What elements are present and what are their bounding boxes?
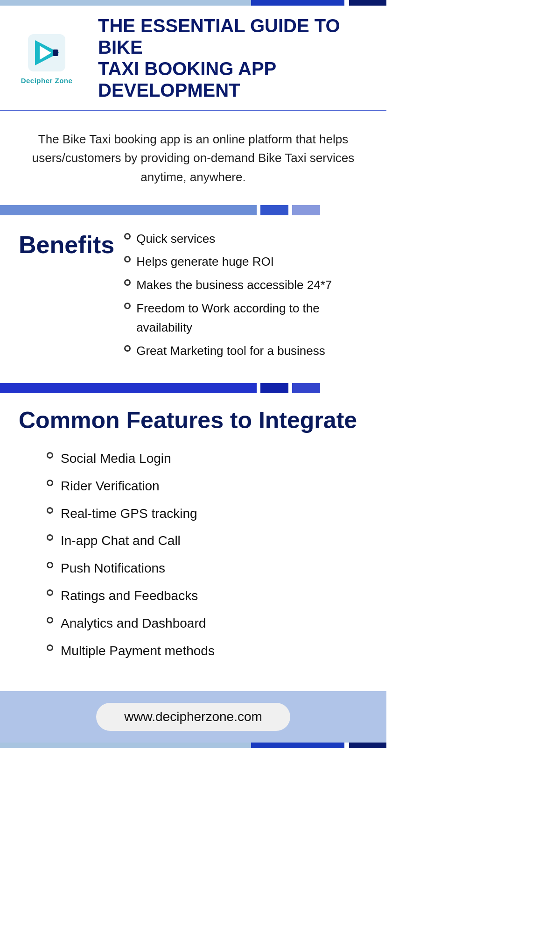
brand-name: Decipher Zone [21, 77, 73, 85]
bullet-icon [47, 480, 53, 486]
bullet-icon [47, 507, 53, 514]
benefit-item-1: Quick services [136, 229, 215, 249]
benefits-section: Benefits Quick services Helps generate h… [0, 215, 386, 383]
feature-item-7: Analytics and Dashboard [61, 613, 206, 634]
list-item: Quick services [124, 229, 368, 249]
bullet-icon [47, 589, 53, 596]
svg-rect-3 [53, 50, 58, 56]
header: Decipher Zone THE ESSENTIAL GUIDE TO BIK… [0, 6, 386, 111]
divider-blue-sq2 [292, 383, 320, 393]
divider-blue-long [0, 383, 257, 393]
bullet-icon [47, 452, 53, 459]
feature-item-5: Push Notifications [61, 558, 165, 579]
bottom-bar-light [0, 743, 251, 748]
list-item: Analytics and Dashboard [47, 613, 368, 634]
bottom-decorative-bars [0, 743, 386, 748]
list-item: In-app Chat and Call [47, 531, 368, 552]
header-title-line2: TAXI BOOKING APP DEVELOPMENT [98, 58, 276, 100]
list-item: Ratings and Feedbacks [47, 586, 368, 607]
benefit-item-5: Great Marketing tool for a business [136, 341, 325, 361]
intro-text: The Bike Taxi booking app is an online p… [28, 130, 358, 186]
feature-item-8: Multiple Payment methods [61, 641, 215, 662]
header-title: THE ESSENTIAL GUIDE TO BIKE TAXI BOOKING… [98, 15, 372, 101]
feature-item-1: Social Media Login [61, 448, 171, 469]
top-bar-light [0, 0, 251, 6]
bullet-icon [124, 256, 131, 262]
bullet-icon [124, 279, 131, 286]
logo-area: Decipher Zone [9, 32, 84, 85]
benefits-list: Quick services Helps generate huge ROI M… [124, 229, 368, 365]
bullet-icon [124, 303, 131, 309]
bullet-icon [47, 534, 53, 541]
list-item: Rider Verification [47, 476, 368, 497]
benefit-item-2: Helps generate huge ROI [136, 252, 274, 272]
top-bar-gap [344, 0, 349, 6]
header-title-line1: THE ESSENTIAL GUIDE TO BIKE [98, 15, 340, 57]
features-section: Common Features to Integrate Social Medi… [0, 393, 386, 691]
list-item: Multiple Payment methods [47, 641, 368, 662]
divider-bar-1 [0, 205, 386, 215]
footer-url: www.decipherzone.com [96, 703, 290, 731]
divider-bar-2 [0, 383, 386, 393]
footer-area: www.decipherzone.com [0, 691, 386, 743]
bottom-bar-dark [349, 743, 386, 748]
divider-sq1 [260, 205, 288, 215]
divider-long-1 [0, 205, 257, 215]
divider-sq2 [292, 205, 320, 215]
list-item: Makes the business accessible 24*7 [124, 276, 368, 295]
feature-item-4: In-app Chat and Call [61, 531, 181, 552]
list-item: Push Notifications [47, 558, 368, 579]
intro-section: The Bike Taxi booking app is an online p… [0, 111, 386, 205]
bullet-icon [47, 617, 53, 623]
feature-item-2: Rider Verification [61, 476, 160, 497]
feature-item-6: Ratings and Feedbacks [61, 586, 198, 607]
logo-icon [26, 32, 68, 74]
divider-blue-sq1 [260, 383, 288, 393]
list-item: Great Marketing tool for a business [124, 341, 368, 361]
list-item: Real-time GPS tracking [47, 503, 368, 524]
bottom-bar-gap [344, 743, 349, 748]
benefit-item-4: Freedom to Work according to the availab… [136, 299, 368, 338]
top-bar-blue [251, 0, 344, 6]
bullet-icon [47, 644, 53, 651]
feature-item-3: Real-time GPS tracking [61, 503, 197, 524]
list-item: Freedom to Work according to the availab… [124, 299, 368, 338]
benefit-item-3: Makes the business accessible 24*7 [136, 276, 332, 295]
features-title: Common Features to Integrate [19, 407, 368, 434]
bottom-bar-blue [251, 743, 344, 748]
bullet-icon [47, 562, 53, 568]
list-item: Helps generate huge ROI [124, 252, 368, 272]
bullet-icon [124, 345, 131, 352]
benefits-layout: Benefits Quick services Helps generate h… [19, 229, 368, 365]
benefits-title: Benefits [19, 229, 110, 258]
bullet-icon [124, 233, 131, 240]
top-bar-dark [349, 0, 386, 6]
list-item: Social Media Login [47, 448, 368, 469]
features-list: Social Media Login Rider Verification Re… [19, 448, 368, 661]
top-decorative-bars [0, 0, 386, 6]
